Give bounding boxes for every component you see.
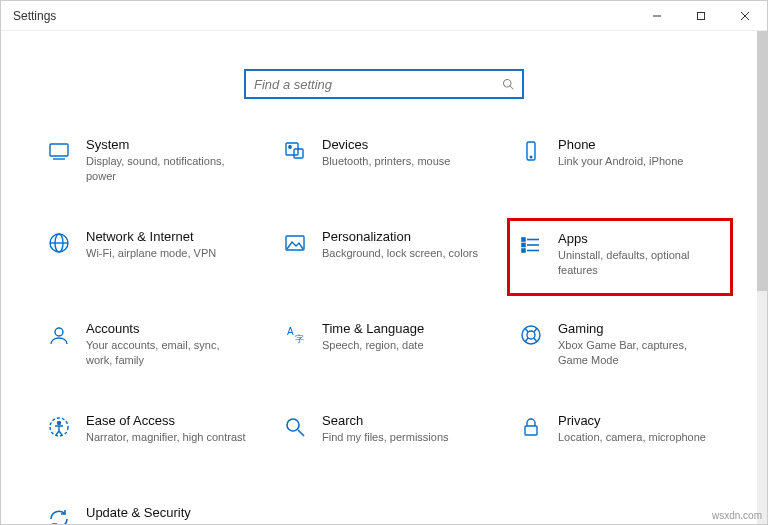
personalization-icon — [280, 229, 310, 285]
search-wrap — [244, 69, 524, 99]
tile-title: Gaming — [558, 321, 718, 336]
svg-text:A: A — [287, 326, 294, 337]
svg-point-27 — [527, 331, 535, 339]
tile-desc: Xbox Game Bar, captures, Game Mode — [558, 338, 718, 368]
search-input[interactable] — [246, 77, 494, 92]
svg-rect-6 — [50, 144, 68, 156]
tile-title: Update & Security — [86, 505, 246, 520]
tile-title: Time & Language — [322, 321, 424, 336]
apps-icon — [516, 231, 546, 279]
search-box[interactable] — [244, 69, 524, 99]
tile-system[interactable]: System Display, sound, notifications, po… — [42, 133, 254, 197]
svg-point-30 — [287, 419, 299, 431]
tile-desc: Display, sound, notifications, power — [86, 154, 246, 184]
content-area: System Display, sound, notifications, po… — [1, 31, 767, 524]
scrollbar-thumb[interactable] — [757, 31, 767, 291]
tile-desc: Wi-Fi, airplane mode, VPN — [86, 246, 216, 261]
close-button[interactable] — [723, 1, 767, 31]
privacy-icon — [516, 413, 546, 469]
tile-title: Accounts — [86, 321, 246, 336]
tile-desc: Narrator, magnifier, high contrast — [86, 430, 246, 445]
network-icon — [44, 229, 74, 285]
tile-title: Search — [322, 413, 449, 428]
tile-network[interactable]: Network & Internet Wi-Fi, airplane mode,… — [42, 225, 254, 289]
tile-apps[interactable]: Apps Uninstall, defaults, optional featu… — [514, 225, 726, 289]
time-language-icon: A字 — [280, 321, 310, 377]
svg-rect-19 — [522, 244, 525, 247]
accounts-icon — [44, 321, 74, 377]
svg-rect-1 — [698, 12, 705, 19]
gaming-icon — [516, 321, 546, 377]
titlebar: Settings — [1, 1, 767, 31]
system-icon — [44, 137, 74, 193]
tile-personalization[interactable]: Personalization Background, lock screen,… — [278, 225, 490, 289]
tile-desc: Location, camera, microphone — [558, 430, 706, 445]
svg-rect-17 — [522, 238, 525, 241]
tile-time-language[interactable]: A字 Time & Language Speech, region, date — [278, 317, 490, 381]
svg-point-29 — [58, 422, 61, 425]
tile-desc: Uninstall, defaults, optional features — [558, 248, 716, 278]
tile-desc: Bluetooth, printers, mouse — [322, 154, 450, 169]
maximize-button[interactable] — [679, 1, 723, 31]
svg-point-12 — [530, 156, 532, 158]
tile-desc: Windows Update, recovery, backup — [86, 522, 246, 524]
window-title: Settings — [13, 9, 56, 23]
tile-title: Apps — [558, 231, 716, 246]
tile-search[interactable]: Search Find my files, permissions — [278, 409, 490, 473]
svg-line-31 — [298, 430, 304, 436]
settings-window: Settings — [0, 0, 768, 525]
tile-gaming[interactable]: Gaming Xbox Game Bar, captures, Game Mod… — [514, 317, 726, 381]
svg-point-4 — [504, 80, 512, 88]
tile-update-security[interactable]: Update & Security Windows Update, recove… — [42, 501, 254, 524]
tile-phone[interactable]: Phone Link your Android, iPhone — [514, 133, 726, 197]
tile-title: Network & Internet — [86, 229, 216, 244]
tile-title: Ease of Access — [86, 413, 246, 428]
tile-privacy[interactable]: Privacy Location, camera, microphone — [514, 409, 726, 473]
svg-rect-21 — [522, 249, 525, 252]
tile-desc: Find my files, permissions — [322, 430, 449, 445]
tile-title: Personalization — [322, 229, 478, 244]
tile-desc: Link your Android, iPhone — [558, 154, 683, 169]
ease-of-access-icon — [44, 413, 74, 469]
tile-desc: Your accounts, email, sync, work, family — [86, 338, 246, 368]
minimize-button[interactable] — [635, 1, 679, 31]
svg-point-23 — [55, 328, 63, 336]
watermark: wsxdn.com — [712, 510, 762, 521]
tile-desc: Background, lock screen, colors — [322, 246, 478, 261]
update-security-icon — [44, 505, 74, 524]
phone-icon — [516, 137, 546, 193]
svg-line-5 — [510, 86, 513, 89]
tile-desc: Speech, region, date — [322, 338, 424, 353]
tile-accounts[interactable]: Accounts Your accounts, email, sync, wor… — [42, 317, 254, 381]
tile-title: Devices — [322, 137, 450, 152]
svg-point-10 — [289, 146, 291, 148]
tile-title: Phone — [558, 137, 683, 152]
tile-title: System — [86, 137, 246, 152]
tile-devices[interactable]: Devices Bluetooth, printers, mouse — [278, 133, 490, 197]
devices-icon — [280, 137, 310, 193]
window-controls — [635, 1, 767, 31]
search-category-icon — [280, 413, 310, 469]
svg-rect-32 — [525, 426, 537, 435]
svg-text:字: 字 — [295, 334, 304, 344]
tile-ease-of-access[interactable]: Ease of Access Narrator, magnifier, high… — [42, 409, 254, 473]
svg-rect-16 — [286, 236, 304, 250]
settings-grid: System Display, sound, notifications, po… — [42, 133, 726, 524]
tile-title: Privacy — [558, 413, 706, 428]
search-icon — [494, 78, 522, 90]
